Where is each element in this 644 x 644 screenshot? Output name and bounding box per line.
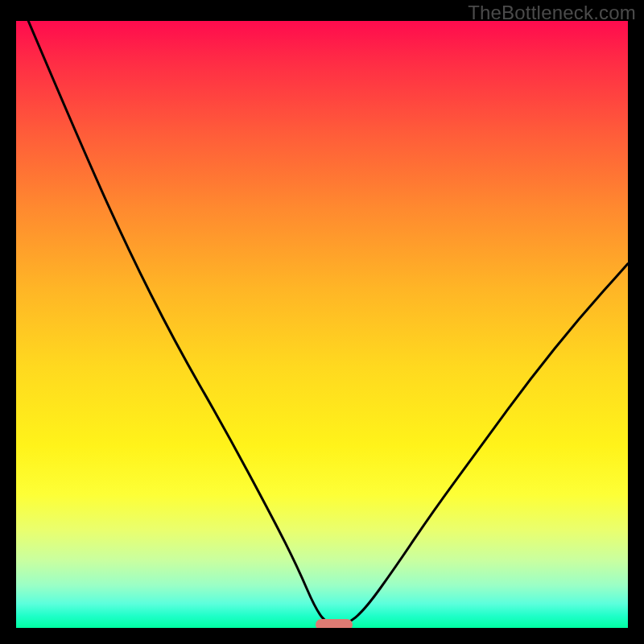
bottleneck-curve	[28, 21, 628, 625]
curve-svg	[16, 21, 628, 628]
optimal-marker	[316, 619, 353, 628]
watermark-text: TheBottleneck.com	[468, 2, 636, 24]
plot-area	[16, 21, 628, 628]
chart-frame: TheBottleneck.com	[0, 0, 644, 644]
